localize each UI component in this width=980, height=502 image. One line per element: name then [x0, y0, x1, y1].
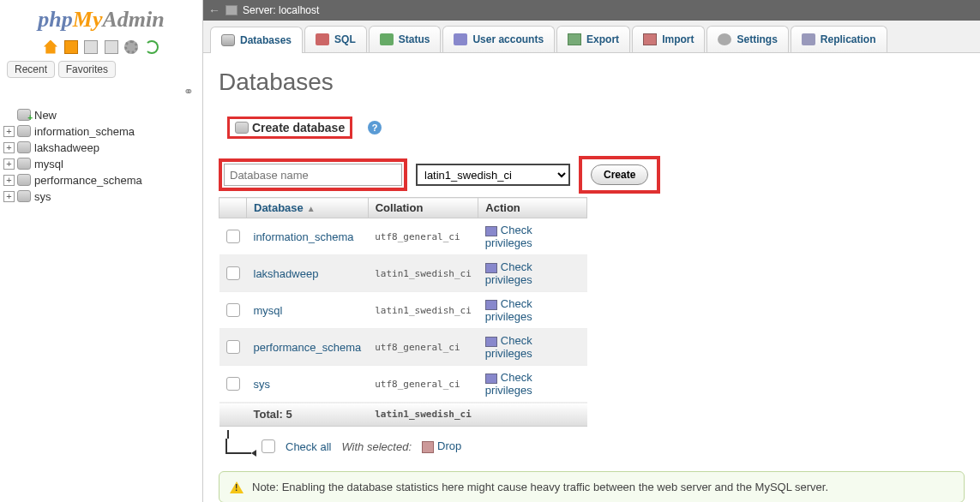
tab-label: User accounts: [472, 33, 544, 45]
tab-export[interactable]: Export: [556, 26, 630, 52]
privileges-icon: [485, 263, 497, 273]
tree-item[interactable]: + performance_schema: [3, 172, 199, 188]
logo-admin: Admin: [102, 7, 164, 32]
row-checkbox[interactable]: [226, 266, 240, 280]
db-name-highlight: [219, 158, 407, 191]
tree-new-label: New: [34, 109, 57, 122]
tab-sql[interactable]: SQL: [304, 26, 367, 52]
check-privileges-link[interactable]: Check privileges: [478, 329, 587, 366]
tree-item-label: mysql: [34, 158, 63, 170]
tab-label: Import: [662, 33, 694, 45]
nav-left-icon[interactable]: ←: [208, 3, 220, 17]
database-icon: [17, 158, 31, 170]
tab-settings[interactable]: Settings: [706, 26, 788, 52]
tab-label: Status: [399, 33, 430, 45]
tab-user-accounts[interactable]: User accounts: [442, 26, 555, 52]
tree-item[interactable]: + mysql: [3, 156, 199, 172]
tree-item-label: information_schema: [34, 125, 135, 138]
expand-icon[interactable]: +: [3, 175, 15, 186]
row-checkbox[interactable]: [226, 230, 240, 243]
check-privileges-link[interactable]: Check privileges: [478, 255, 587, 292]
expand-icon[interactable]: +: [3, 158, 15, 170]
table-row: sys utf8_general_ci Check privileges: [219, 366, 587, 403]
help-icon[interactable]: ?: [368, 121, 382, 134]
privileges-icon: [485, 226, 497, 236]
create-db-label-highlight: Create database: [227, 117, 352, 139]
db-link[interactable]: information_schema: [247, 218, 369, 255]
tree-new[interactable]: New: [3, 107, 199, 123]
content: Databases Create database ? latin1_swedi…: [203, 53, 980, 502]
row-checkbox[interactable]: [226, 340, 240, 354]
users-icon: [454, 33, 467, 45]
collation-select[interactable]: latin1_swedish_ci: [416, 164, 570, 186]
database-icon: [17, 141, 31, 153]
tab-label: SQL: [334, 33, 356, 45]
bulk-actions: Check all With selected: Drop: [219, 439, 965, 454]
tab-import[interactable]: Import: [632, 26, 705, 52]
collation-value: latin1_swedish_ci: [368, 255, 478, 292]
sort-asc-icon: ▲: [307, 204, 316, 213]
sidebar-tabs: Recent Favorites: [0, 57, 202, 81]
create-db-header: Create database ?: [219, 117, 965, 139]
tab-databases[interactable]: Databases: [210, 27, 303, 53]
tree-item[interactable]: + sys: [3, 188, 199, 205]
table-row: lakshadweep latin1_swedish_ci Check priv…: [219, 255, 587, 292]
tab-recent[interactable]: Recent: [7, 61, 55, 78]
database-icon: [17, 125, 31, 137]
link-icon[interactable]: ⚭: [0, 81, 202, 102]
create-button-highlight: Create: [579, 156, 660, 194]
database-icon: [17, 174, 31, 186]
logout-icon[interactable]: [64, 40, 78, 54]
menubar: Databases SQL Status User accounts Expor…: [203, 21, 980, 53]
check-all-link[interactable]: Check all: [286, 440, 331, 453]
expand-icon[interactable]: +: [3, 126, 15, 137]
logo-php: php: [38, 7, 72, 32]
table-row: information_schema utf8_general_ci Check…: [219, 218, 587, 255]
check-privileges-link[interactable]: Check privileges: [478, 292, 587, 329]
collation-value: utf8_general_ci: [368, 366, 478, 403]
db-link[interactable]: sys: [247, 366, 369, 403]
drop-link[interactable]: Drop: [422, 439, 461, 453]
databases-table: Database▲ Collation Action information_s…: [219, 197, 587, 427]
reload-icon[interactable]: [145, 40, 159, 54]
import-icon: [643, 33, 657, 45]
tree-item[interactable]: + lakshadweep: [3, 140, 199, 156]
db-link[interactable]: performance_schema: [247, 329, 369, 366]
select-arrow-icon: [225, 439, 251, 454]
database-name-input[interactable]: [224, 164, 402, 186]
db-tree: New + information_schema + lakshadweep +…: [0, 102, 202, 210]
sidebar-toolbar: [0, 36, 202, 57]
tab-replication[interactable]: Replication: [791, 26, 887, 52]
note-box: Note: Enabling the database statistics h…: [219, 471, 965, 502]
check-all-checkbox[interactable]: [262, 439, 275, 453]
docs-icon[interactable]: [84, 40, 98, 54]
row-checkbox[interactable]: [226, 303, 240, 317]
topbar: ← Server: localhost: [203, 0, 980, 21]
tab-favorites[interactable]: Favorites: [58, 61, 116, 78]
new-database-icon: [235, 122, 249, 134]
check-privileges-link[interactable]: Check privileges: [478, 366, 587, 403]
create-db-title: Create database: [252, 121, 345, 134]
gear-icon: [718, 33, 731, 45]
create-button[interactable]: Create: [591, 164, 648, 185]
note-text: Note: Enabling the database statistics h…: [252, 481, 828, 493]
col-database[interactable]: Database▲: [247, 198, 369, 218]
tab-status[interactable]: Status: [369, 26, 442, 52]
db-link[interactable]: mysql: [247, 292, 369, 329]
total-collation: latin1_swedish_ci: [368, 403, 478, 427]
nav-panel-icon[interactable]: [105, 40, 118, 54]
settings-icon[interactable]: [124, 40, 138, 54]
expand-icon[interactable]: +: [3, 142, 15, 153]
drop-label: Drop: [437, 439, 461, 452]
check-privileges-link[interactable]: Check privileges: [478, 218, 587, 255]
tree-item[interactable]: + information_schema: [3, 123, 199, 140]
with-selected-label: With selected:: [341, 440, 412, 453]
sidebar: phpMyAdmin Recent Favorites ⚭ New + info: [0, 0, 203, 502]
logo[interactable]: phpMyAdmin: [0, 0, 202, 36]
expand-icon[interactable]: +: [3, 191, 15, 202]
server-icon: [225, 5, 237, 15]
db-link[interactable]: lakshadweep: [247, 255, 369, 292]
breadcrumb-server[interactable]: Server: localhost: [243, 4, 319, 16]
row-checkbox[interactable]: [226, 377, 240, 391]
home-icon[interactable]: [44, 40, 57, 54]
